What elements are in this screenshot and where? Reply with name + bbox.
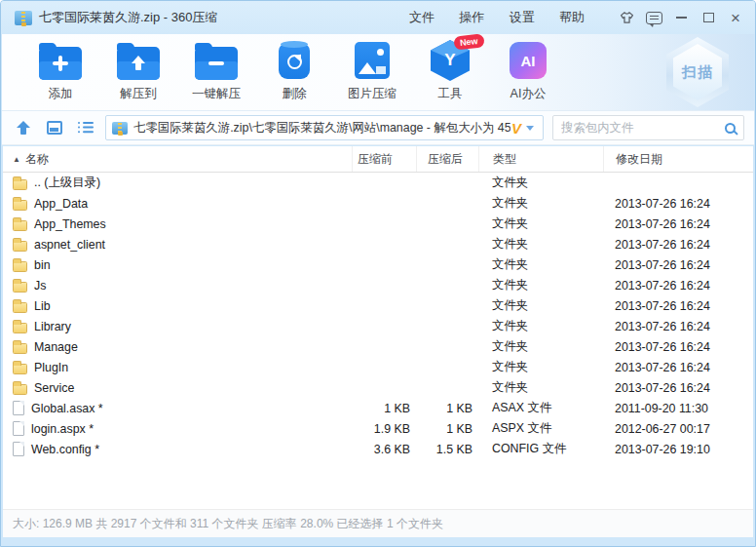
size-before: 3.6 KB	[352, 443, 416, 456]
modified-date: 2013-07-26 16:24	[603, 238, 753, 252]
folder-icon	[13, 200, 27, 211]
address-dropdown-button[interactable]	[521, 118, 539, 137]
folder-icon	[13, 343, 27, 354]
table-row[interactable]: aspnet_client 文件夹 2013-07-26 16:24	[3, 234, 753, 254]
search-icon[interactable]	[725, 123, 736, 134]
table-row[interactable]: Js 文件夹 2013-07-26 16:24	[3, 275, 753, 295]
extract-to-icon	[116, 41, 161, 80]
table-row[interactable]: Global.asax * 1 KB 1 KB ASAX 文件 2011-09-…	[3, 398, 753, 418]
table-row[interactable]: App_Data 文件夹 2013-07-26 16:24	[3, 193, 753, 214]
menu-item-operate[interactable]: 操作	[455, 6, 488, 29]
file-type: CONFIG 文件	[478, 441, 603, 457]
table-row[interactable]: .. (上级目录) 文件夹	[3, 173, 753, 193]
file-name: Lib	[34, 299, 51, 313]
file-icon	[13, 401, 24, 415]
search-box	[552, 115, 744, 140]
folder-icon	[13, 302, 27, 313]
file-type: ASAX 文件	[478, 400, 603, 416]
menu-item-settings[interactable]: 设置	[506, 6, 539, 29]
chevron-down-icon	[526, 126, 534, 131]
file-type: 文件夹	[478, 195, 603, 212]
table-row[interactable]: bin 文件夹 2013-07-26 16:24	[3, 254, 753, 275]
table-row[interactable]: Manage 文件夹 2013-07-26 16:24	[3, 336, 753, 357]
toolbar-ai-office-button[interactable]: AI AI办公	[489, 41, 567, 102]
table-row[interactable]: Library 文件夹 2013-07-26 16:24	[3, 316, 753, 336]
file-name: App_Data	[34, 197, 88, 211]
column-header-type[interactable]: 类型	[478, 146, 603, 172]
toolbar-add-button[interactable]: 添加	[21, 41, 99, 102]
view-mode-icon	[47, 121, 62, 135]
column-header-name[interactable]: ▲ 名称	[3, 146, 352, 172]
file-type: 文件夹	[478, 256, 603, 273]
folder-icon	[13, 261, 27, 272]
view-mode-button[interactable]	[43, 117, 65, 139]
table-row[interactable]: Lib 文件夹 2013-07-26 16:24	[3, 295, 753, 316]
status-bar: 大小: 126.9 MB 共 2917 个文件和 311 个文件夹 压缩率 28…	[3, 509, 753, 537]
column-header-modified-date[interactable]: 修改日期	[603, 146, 753, 172]
minimize-icon	[676, 17, 687, 19]
file-type: 文件夹	[478, 379, 603, 396]
file-name: bin	[34, 258, 51, 272]
file-name: Library	[34, 320, 71, 333]
folder-icon	[13, 179, 27, 190]
titlebar-controls: ×	[613, 1, 749, 34]
column-header-size-before[interactable]: 压缩前	[352, 146, 416, 172]
list-view-button[interactable]	[74, 117, 96, 139]
search-input[interactable]	[561, 121, 725, 135]
archive-path: 七零国际莱茵久游.zip\七零国际莱茵久游\网站\manage - 解包大小为 …	[133, 120, 510, 137]
table-row[interactable]: PlugIn 文件夹 2013-07-26 16:24	[3, 357, 753, 377]
size-before: 1 KB	[352, 402, 416, 415]
file-type: 文件夹	[478, 297, 603, 314]
skin-theme-button[interactable]	[613, 5, 640, 30]
scan-button[interactable]: 扫描	[666, 37, 729, 107]
app-window: 七零国际莱茵久游.zip - 360压缩 文件 操作 设置 帮助	[0, 0, 756, 547]
modified-date: 2013-07-26 19:10	[603, 443, 753, 456]
file-name: aspnet_client	[34, 238, 105, 252]
folder-icon	[13, 323, 27, 333]
toolbar-one-click-extract-button[interactable]: 一键解压	[177, 41, 255, 102]
size-after: 1 KB	[416, 422, 478, 436]
up-arrow-icon	[16, 121, 30, 136]
file-table: ▲ 名称 压缩前 压缩后 类型 修改日期 .. (上级目录) 文件夹 App_D…	[3, 146, 753, 509]
image-compress-icon	[350, 41, 395, 80]
file-type: 文件夹	[478, 215, 603, 232]
modified-date: 2013-07-26 16:24	[603, 340, 753, 354]
shirt-icon	[618, 11, 636, 24]
toolbar-tools-button[interactable]: Y New 工具	[411, 41, 489, 102]
menu-item-file[interactable]: 文件	[405, 6, 438, 29]
folder-icon	[13, 384, 27, 395]
table-row[interactable]: login.aspx * 1.9 KB 1 KB ASPX 文件 2012-06…	[3, 418, 753, 439]
file-name: Service	[34, 381, 74, 395]
ai-office-icon: AI	[506, 41, 550, 80]
modified-date: 2013-07-26 16:24	[603, 217, 753, 231]
table-row[interactable]: App_Themes 文件夹 2013-07-26 16:24	[3, 214, 753, 234]
address-bar[interactable]: 七零国际莱茵久游.zip\七零国际莱茵久游\网站\manage - 解包大小为 …	[105, 115, 544, 140]
toolbar-delete-button[interactable]: 删除	[255, 41, 333, 102]
minimize-button[interactable]	[667, 5, 695, 30]
feedback-icon	[646, 12, 662, 24]
toolbar-image-compress-button[interactable]: 图片压缩	[333, 41, 411, 102]
vip-badge-icon: V	[511, 121, 521, 136]
file-name: login.aspx *	[31, 422, 94, 436]
close-button[interactable]: ×	[722, 5, 749, 30]
table-row[interactable]: Service 文件夹 2013-07-26 16:24	[3, 377, 753, 398]
file-icon	[13, 421, 24, 436]
column-header-size-after[interactable]: 压缩后	[416, 146, 478, 172]
file-name: Global.asax *	[31, 402, 103, 415]
file-name: PlugIn	[34, 361, 68, 374]
address-row: 七零国际莱茵久游.zip\七零国际莱茵久游\网站\manage - 解包大小为 …	[2, 111, 754, 145]
menu-item-help[interactable]: 帮助	[555, 6, 588, 29]
file-name: Manage	[34, 340, 78, 354]
zip-file-icon	[15, 11, 32, 25]
status-text: 大小: 126.9 MB 共 2917 个文件和 311 个文件夹 压缩率 28…	[13, 516, 443, 532]
toolbar-extract-to-button[interactable]: 解压到	[99, 41, 177, 102]
folder-icon	[13, 220, 27, 231]
toolbar: 添加 解压到 一键解压 删除	[2, 34, 754, 111]
modified-date: 2013-07-26 16:24	[603, 197, 753, 211]
maximize-button[interactable]	[695, 5, 722, 30]
go-up-button[interactable]	[12, 117, 34, 139]
size-after: 1 KB	[416, 402, 478, 415]
table-row[interactable]: Web.config * 3.6 KB 1.5 KB CONFIG 文件 201…	[3, 439, 753, 459]
modified-date: 2013-07-26 16:24	[603, 381, 753, 395]
feedback-button[interactable]	[640, 5, 667, 30]
